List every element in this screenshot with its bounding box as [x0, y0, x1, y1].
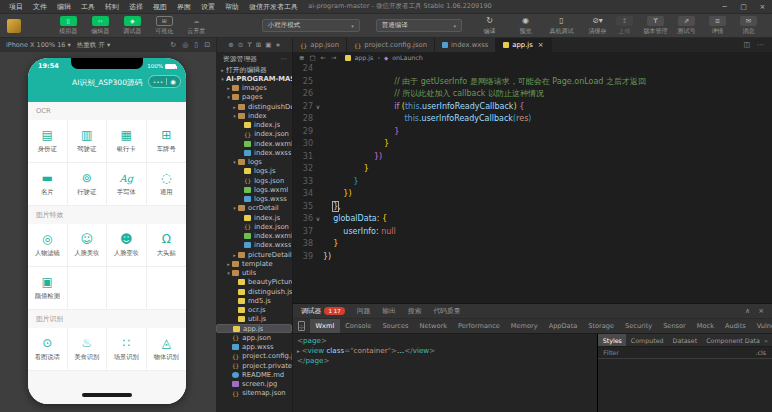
- menu-item[interactable]: 界面: [172, 2, 196, 12]
- devtools-tab[interactable]: Mock: [691, 319, 719, 333]
- tree-item[interactable]: index.wxml: [216, 139, 292, 148]
- more-tabs-icon[interactable]: »: [764, 337, 772, 344]
- tree-item[interactable]: {}app.json: [216, 333, 292, 342]
- feature-cell[interactable]: ∷场景识别: [107, 328, 147, 371]
- tree-item[interactable]: ▸images: [216, 84, 292, 93]
- split-editor-icon[interactable]: ◫: [743, 41, 750, 49]
- menu-item[interactable]: 微信开发者工具: [244, 2, 303, 12]
- devtools-tab[interactable]: Memory: [505, 319, 543, 333]
- editor-tab[interactable]: app.js×: [496, 38, 551, 52]
- feature-cell[interactable]: ▤身份证: [28, 120, 68, 163]
- cloud-dev-button[interactable]: ☁云开发: [183, 16, 210, 36]
- tree-item[interactable]: index.wxss: [216, 148, 292, 157]
- breadcrumb-symbol[interactable]: onLaunch: [392, 54, 423, 61]
- feature-cell[interactable]: ◬物体识别: [147, 328, 187, 371]
- tree-item[interactable]: logs.js: [216, 167, 292, 176]
- test-account-button[interactable]: ⇗测试号: [673, 16, 700, 36]
- close-tab-icon[interactable]: ×: [538, 41, 544, 49]
- feature-cell[interactable]: ▦银行卡: [107, 120, 147, 163]
- styles-tab[interactable]: Computed: [626, 334, 668, 346]
- inspect-element-icon[interactable]: ⊹: [298, 321, 305, 331]
- version-control-button[interactable]: ϒ版本管理: [642, 16, 669, 36]
- hot-reload-toggle[interactable]: 热重载 开 ▾: [77, 41, 110, 50]
- save-all-icon[interactable]: ▢: [309, 54, 315, 62]
- feature-cell[interactable]: ⊙看图说话: [28, 328, 68, 371]
- feature-cell[interactable]: ▥驾驶证: [68, 120, 108, 163]
- device-debug-button[interactable]: ▯真机调试: [548, 15, 575, 36]
- new-file-icon[interactable]: ⊕: [228, 41, 233, 49]
- menu-item[interactable]: 编辑: [52, 2, 76, 12]
- tree-item[interactable]: ▸template: [216, 259, 292, 268]
- tree-item[interactable]: ocr.js: [216, 306, 292, 315]
- capsule-more-button[interactable]: •••: [153, 79, 163, 85]
- devtools-tab[interactable]: Vulnerability: [751, 319, 772, 333]
- more-tools-icon[interactable]: ∗: [275, 41, 280, 49]
- mode-select[interactable]: 小程序模式 ▾: [262, 19, 360, 32]
- tree-item[interactable]: ▾logs: [216, 158, 292, 167]
- debugger-toggle[interactable]: ◈调试器: [119, 16, 146, 36]
- devtools-tab[interactable]: Performance: [453, 319, 506, 333]
- fold-arrow-icon[interactable]: ∨: [313, 213, 323, 226]
- simulator-toggle[interactable]: ▯模拟器: [55, 16, 82, 36]
- tree-item[interactable]: index.wxml: [216, 232, 292, 241]
- styles-tab[interactable]: Dataset: [668, 334, 702, 346]
- close-button[interactable]: ×: [753, 3, 772, 11]
- grid-icon[interactable]: ⊞: [256, 41, 261, 49]
- devtools-tab[interactable]: Network: [414, 319, 453, 333]
- devtools-tab[interactable]: Storage: [583, 319, 620, 333]
- styles-tab[interactable]: Component Data: [702, 334, 765, 346]
- menu-item[interactable]: 项目: [4, 2, 28, 12]
- menu-item[interactable]: 转到: [100, 2, 124, 12]
- git-icon[interactable]: ϒ: [247, 41, 252, 49]
- tree-item[interactable]: index.js: [216, 213, 292, 222]
- editor-tab[interactable]: {}project.config.json: [347, 38, 435, 52]
- menu-item[interactable]: 文件: [28, 2, 52, 12]
- tree-item[interactable]: ▸打开的编辑器: [216, 65, 292, 74]
- tree-item[interactable]: ▸distinguishDetail: [216, 102, 292, 111]
- feature-cell[interactable]: ⊚行驶证: [68, 163, 108, 206]
- feature-cell[interactable]: ⊞车牌号: [147, 120, 187, 163]
- tree-item[interactable]: ▸pictureDetail: [216, 250, 292, 259]
- tree-item[interactable]: {}index.json: [216, 222, 292, 231]
- collapse-panel-icon[interactable]: ∧: [745, 307, 750, 315]
- compile-button[interactable]: ↻编译: [476, 15, 503, 36]
- search-icon[interactable]: ⊙: [238, 41, 243, 49]
- more-actions-icon[interactable]: ⋯: [757, 41, 764, 49]
- details-button[interactable]: ≡详情: [704, 16, 731, 36]
- capsule-home-button[interactable]: ◉: [170, 78, 176, 86]
- outline-icon[interactable]: ≣: [299, 54, 304, 62]
- editor-tab[interactable]: {}app.json: [293, 38, 347, 52]
- minimize-button[interactable]: ─: [715, 3, 734, 11]
- tree-item[interactable]: ▾pages: [216, 93, 292, 102]
- panel-tab[interactable]: 问题: [357, 306, 371, 316]
- wxml-tree[interactable]: <page>▸ <view class="container">…</view>…: [293, 334, 597, 412]
- tree-item[interactable]: md5.js: [216, 296, 292, 305]
- menu-item[interactable]: 帮助: [220, 2, 244, 12]
- feature-cell[interactable]: ♨美食识别: [68, 328, 108, 371]
- feature-cell[interactable]: ☺人脸美妆: [68, 224, 108, 267]
- editor-toggle[interactable]: ‹›编辑器: [87, 16, 114, 36]
- cls-toggle[interactable]: .cls: [756, 349, 772, 356]
- forward-icon[interactable]: →: [331, 54, 336, 62]
- tree-item[interactable]: README.md: [216, 370, 292, 379]
- code-lines[interactable]: 2425// 由于 getUserInfo 是网络请求，可能会在 Page.on…: [293, 63, 772, 263]
- menu-item[interactable]: 工具: [76, 2, 100, 12]
- back-icon[interactable]: ←: [321, 54, 326, 62]
- panel-tab[interactable]: 代码质量: [433, 306, 460, 316]
- feature-cell[interactable]: ◎人物滤镜: [28, 224, 68, 267]
- upload-button[interactable]: ↥上传: [611, 16, 638, 36]
- tree-item[interactable]: {}project.config.json: [216, 352, 292, 361]
- preview-button[interactable]: ◉预览: [512, 15, 539, 36]
- compile-mode-select[interactable]: 普通编译 ▾: [376, 19, 462, 32]
- devtools-tab[interactable]: AppData: [543, 319, 583, 333]
- tree-item[interactable]: ▾ocrDetail: [216, 204, 292, 213]
- tree-item[interactable]: screen.jpg: [216, 380, 292, 389]
- devtools-tab[interactable]: Sensor: [658, 319, 692, 333]
- styles-tab[interactable]: Styles: [598, 334, 626, 346]
- locate-icon[interactable]: ◎: [182, 41, 188, 49]
- tree-item[interactable]: ▾index: [216, 111, 292, 120]
- tree-item[interactable]: logs.wxss: [216, 195, 292, 204]
- maximize-button[interactable]: ▢: [734, 3, 753, 11]
- device-select[interactable]: iPhone X 100% 16 ▾: [6, 41, 71, 49]
- devtools-tab[interactable]: Wxml: [310, 319, 340, 333]
